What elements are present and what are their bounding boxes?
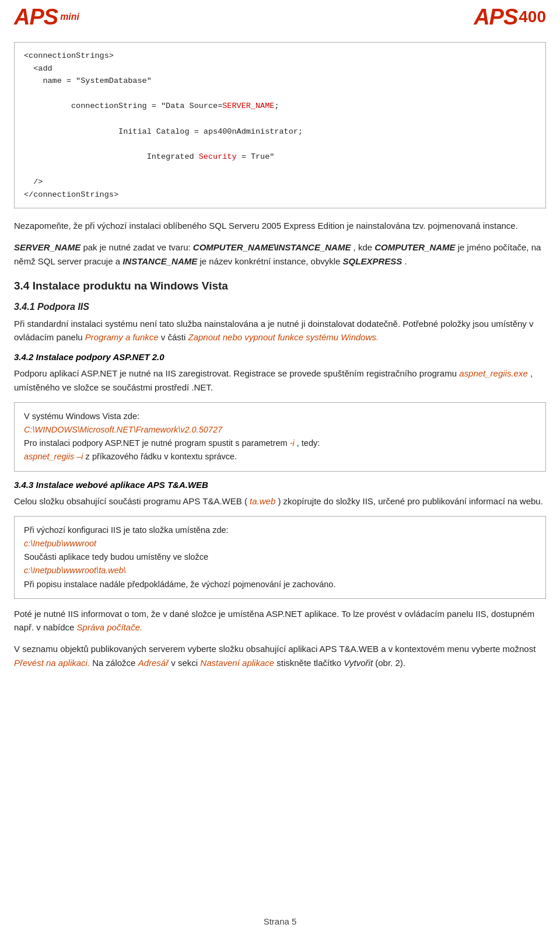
para-2-text1: pak je nutné zadat ve tvaru: [83,242,192,252]
section-342-num: 3.4.2 [14,352,33,362]
page-header: APS mini APS 400 [0,0,560,33]
infobox2-line5: Při popisu instalace nadále předpokládám… [24,578,536,591]
infobox1-line4a: aspnet_regiis –i [24,452,83,461]
infobox1-text3: Pro instalaci podpory ASP.NET je nutné p… [24,438,288,448]
code-line-5: Initial Catalog = aps400nAdministrator; [24,125,536,138]
para-3-text2: v části [161,332,186,342]
para-7-cont3: stiskněte tlačítko [276,658,341,668]
section-342-heading: 3.4.2 Instalace podpory ASP.NET 2.0 [14,352,546,362]
infobox2-line4: c:\Inetpub\wwwroot\ta.web\ [24,564,536,577]
para-2: SERVER_NAME pak je nutné zadat ve tvaru:… [14,240,546,268]
para-7-cont2: v sekci [171,658,198,668]
para-7-italic: Vytvořit [344,658,373,668]
code-line-3: name = "SystemDatabase" [24,75,536,88]
code-block: <connectionStrings> <add name = "SystemD… [14,42,546,208]
infobox1-line3: Pro instalaci podpory ASP.NET je nutné p… [24,437,536,450]
code-line-4: connectionString = "Data Source=SERVER_N… [24,88,536,125]
para-7-link3: Nastavení aplikace [200,658,274,668]
para-3: Při standardní instalaci systému není ta… [14,317,546,344]
code-line-2: <add [24,62,536,75]
infobox1-text3b: , tedy: [297,438,320,448]
para-7-cont: Na záložce [92,658,135,668]
section-342-title: Instalace podpory ASP.NET 2.0 [36,352,164,362]
para-2-text4: je název konkrétní instance, obvykle [200,256,342,266]
code-line-7: /> [24,176,536,189]
para-2-text5: . [404,256,407,266]
section-341-heading: 3.4.1 Podpora IIS [14,302,546,312]
para-5-text1: Celou složku obsahující součásti program… [14,496,247,506]
para-5-text2: ) zkopírujte do složky IIS, určené pro p… [278,496,542,506]
section-34-title-text: Instalace produktu na Windows Vista [33,280,228,292]
infobox2-line2: c:\Inetpub\wwwroot [24,537,536,550]
section-343-title: Instalace webové aplikace APS T&A.WEB [36,480,208,490]
para-1: Nezapomeňte, že při výchozí instalaci ob… [14,219,546,232]
section-343-heading: 3.4.3 Instalace webové aplikace APS T&A.… [14,480,546,490]
footer-text: Strana 5 [264,916,297,926]
logo-400-text: 400 [519,8,546,26]
section-341-title: Podpora IIS [37,302,89,312]
infobox1-link1: -i [290,438,295,448]
code-line-4b: SERVER_NAME [222,102,274,110]
para-7-end: (obr. 2). [375,658,405,668]
info-box-2: Při výchozí konfiguraci IIS je tato slož… [14,516,546,599]
para-6-link: Správa počítače. [77,622,143,632]
logo-right: APS 400 [474,6,546,28]
para-5: Celou složku obsahující součásti program… [14,494,546,508]
code-line-6: Integrated Security = True" [24,138,536,176]
para-7-text1: V seznamu objektů publikovaných serverem… [14,644,536,654]
section-343-num: 3.4.3 [14,480,33,490]
infobox1-line4b: z příkazového řádku v kontextu správce. [86,452,237,461]
section-34-num: 3.4 [14,280,29,292]
para-2-computer-name: COMPUTER_NAME\INSTANCE_NAME [193,242,351,252]
logo-aps-text: APS [14,6,58,28]
code-line-1: <connectionStrings> [24,50,536,62]
para-2-instance-name: INSTANCE_NAME [123,256,197,266]
para-2-sqlexpress: SQLEXPRESS [343,256,402,266]
info-box-1: V systému Windows Vista zde: C:\WINDOWS\… [14,402,546,472]
code-line-6a: Integrated [52,152,194,161]
para-7-link1: Převést na aplikaci. [14,658,90,668]
para-2-computer-name2: COMPUTER_NAME [374,242,455,252]
para-3-link1: Programy a funkce [85,332,159,342]
code-line-6c: = True" [237,152,275,161]
infobox1-line4: aspnet_regiis –i z příkazového řádku v k… [24,450,536,463]
logo-aps2-text: APS [474,6,517,28]
code-line-8: </connectionStrings> [24,189,536,201]
infobox1-line2: C:\WINDOWS\Microsoft.NET\Framework\v2.0.… [24,423,536,437]
para-7: V seznamu objektů publikovaných serverem… [14,642,546,669]
para-2-text2: , kde [354,242,375,252]
infobox2-line3: Součásti aplikace tedy budou umístěny ve… [24,550,536,564]
infobox1-line1: V systému Windows Vista zde: [24,410,536,423]
logo-left: APS mini [14,6,79,28]
para-4-text1: Podporu aplikací ASP.NET je nutné na IIS… [14,368,457,378]
infobox2-line1: Při výchozí konfiguraci IIS je tato slož… [24,524,536,537]
para-4: Podporu aplikací ASP.NET je nutné na IIS… [14,367,546,394]
code-line-4c: ; [274,102,279,110]
para-2-server-name: SERVER_NAME [14,242,80,252]
page-footer: Strana 5 [0,916,560,926]
section-341-num: 3.4.1 [14,302,35,312]
section-34-heading: 3.4 Instalace produktu na Windows Vista [14,280,546,292]
code-line-4a: connectionString = "Data Source= [52,102,223,110]
para-5-link: ta.web [250,496,275,506]
para-6: Poté je nutné IIS informovat o tom, že v… [14,607,546,634]
para-4-link: aspnet_regiis.exe [459,368,528,378]
page-content: <connectionStrings> <add name = "SystemD… [0,33,560,701]
para-3-link2: Zapnout nebo vypnout funkce systému Wind… [188,332,379,342]
logo-mini-text: mini [60,12,79,22]
code-line-6b: Security [194,152,237,161]
para-7-link2: Adresář [138,658,169,668]
